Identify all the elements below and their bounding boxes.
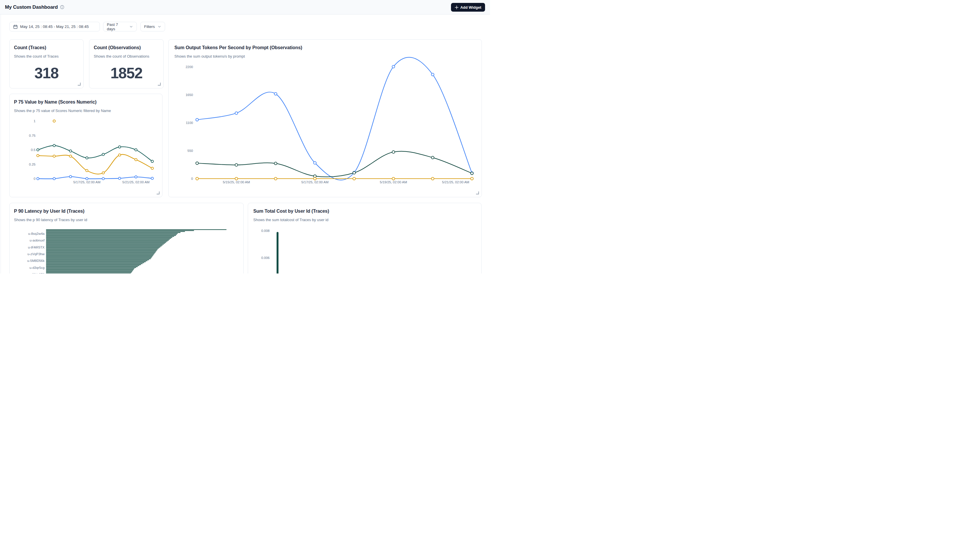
- svg-text:u-5M8D56k: u-5M8D56k: [27, 259, 45, 262]
- svg-text:5/19/25, 02:00 AM: 5/19/25, 02:00 AM: [380, 181, 407, 184]
- svg-text:0.25: 0.25: [29, 163, 35, 166]
- svg-text:0.006: 0.006: [261, 256, 270, 260]
- chevron-down-icon: [158, 25, 161, 29]
- svg-text:u-8fVa9T3: u-8fVa9T3: [29, 273, 45, 274]
- widget-card-p90-latency: P 90 Latency by User Id (Traces) Shows t…: [9, 203, 244, 274]
- filters-label: Filters: [144, 24, 155, 29]
- svg-text:1100: 1100: [186, 121, 193, 125]
- svg-text:5/17/25, 02:00 AM: 5/17/25, 02:00 AM: [73, 181, 100, 184]
- svg-text:u-d3qr5cg: u-d3qr5cg: [29, 266, 45, 270]
- add-widget-button[interactable]: Add Widget: [451, 3, 485, 12]
- bar-chart-p90-latency[interactable]: u-8sq2w4au-aobnuxfu-tFAR5TXu-zVqP3hwu-5M…: [10, 203, 243, 274]
- dashboard-page: { "header": { "title": "My Custom Dashbo…: [0, 0, 490, 274]
- info-icon[interactable]: [60, 5, 64, 9]
- preset-label: Past 7 days: [107, 22, 127, 31]
- calendar-icon: [13, 24, 18, 29]
- line-chart-p75-scores[interactable]: 00.250.50.7515/17/25, 02:00 AM5/21/25, 0…: [10, 94, 162, 197]
- widget-card-count-traces: Count (Traces) Shows the count of Traces…: [9, 39, 84, 89]
- date-range-label: May 14, 25 : 08:45 - May 21, 25 : 08:45: [20, 24, 89, 29]
- resize-handle-icon[interactable]: [157, 82, 161, 86]
- resize-handle-icon[interactable]: [77, 82, 81, 86]
- stat-value: 318: [10, 64, 83, 82]
- resize-handle-icon[interactable]: [476, 191, 479, 194]
- svg-text:u-aobnuxf: u-aobnuxf: [30, 239, 45, 242]
- line-chart-tokens-by-prompt[interactable]: 05501100165022005/15/25, 02:00 AM5/17/25…: [169, 40, 482, 197]
- card-subtitle: Shows the count of Traces: [14, 54, 79, 59]
- page-header: My Custom Dashboard Add Widget: [0, 0, 490, 14]
- svg-text:550: 550: [188, 149, 193, 152]
- svg-text:2200: 2200: [185, 65, 193, 69]
- card-title: Count (Traces): [14, 45, 79, 50]
- chevron-down-icon: [129, 25, 133, 29]
- svg-text:5/17/25, 02:00 AM: 5/17/25, 02:00 AM: [301, 181, 328, 184]
- widget-card-p75-scores: P 75 Value by Name (Scores Numeric) Show…: [9, 94, 162, 197]
- svg-text:0.5: 0.5: [31, 148, 35, 152]
- preset-dropdown[interactable]: Past 7 days: [103, 22, 137, 32]
- resize-handle-icon[interactable]: [156, 191, 159, 194]
- svg-text:u-zVqP3hw: u-zVqP3hw: [27, 252, 45, 256]
- svg-text:0: 0: [191, 177, 193, 181]
- svg-text:0.75: 0.75: [29, 134, 35, 137]
- widget-card-count-observations: Count (Observations) Shows the count of …: [89, 39, 164, 89]
- svg-text:5/21/25, 02:00 AM: 5/21/25, 02:00 AM: [442, 181, 469, 184]
- svg-text:1: 1: [34, 119, 35, 123]
- svg-text:0.008: 0.008: [261, 229, 270, 233]
- widget-card-tokens-by-prompt: Sum Output Tokens Per Second by Prompt (…: [168, 39, 482, 197]
- svg-text:u-8sq2w4a: u-8sq2w4a: [28, 232, 45, 235]
- page-title: My Custom Dashboard: [5, 4, 58, 10]
- widget-card-total-cost: Sum Total Cost by User Id (Traces) Shows…: [248, 203, 482, 274]
- svg-text:5/15/25, 02:00 AM: 5/15/25, 02:00 AM: [223, 181, 250, 184]
- bar-chart-total-cost[interactable]: 0.0080.006: [248, 203, 481, 274]
- plus-icon: [455, 6, 458, 9]
- svg-text:5/21/25, 02:00 AM: 5/21/25, 02:00 AM: [122, 181, 150, 184]
- svg-text:1650: 1650: [185, 93, 193, 97]
- svg-text:u-tFAR5TX: u-tFAR5TX: [28, 246, 45, 249]
- filters-dropdown[interactable]: Filters: [140, 22, 165, 32]
- stat-value: 1852: [89, 64, 163, 82]
- card-title: Count (Observations): [94, 45, 159, 50]
- add-widget-label: Add Widget: [460, 5, 481, 10]
- card-subtitle: Shows the count of Observations: [94, 54, 159, 59]
- svg-text:0: 0: [34, 177, 35, 181]
- date-range-button[interactable]: May 14, 25 : 08:45 - May 21, 25 : 08:45: [9, 22, 100, 32]
